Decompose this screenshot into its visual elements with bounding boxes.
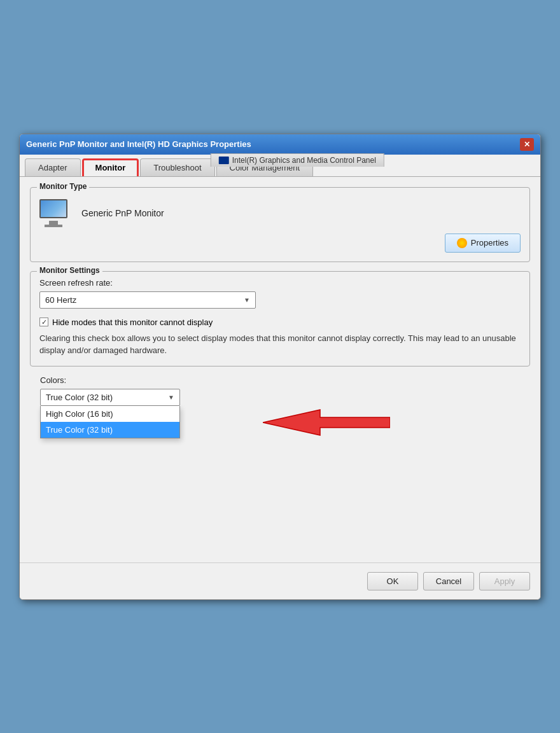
hide-modes-label: Hide modes that this monitor cannot disp… (52, 318, 213, 327)
colors-dropdown-wrapper: True Color (32 bit) ▼ High Color (16 bit… (40, 389, 180, 406)
monitor-settings-label: Monitor Settings (37, 266, 102, 275)
content-area: Monitor Type Generic PnP Monitor Propert… (20, 177, 540, 562)
hide-modes-checkbox[interactable]: ✓ (39, 318, 48, 326)
properties-row: Properties (39, 234, 521, 253)
apply-button[interactable]: Apply (479, 572, 530, 590)
monitor-screen (39, 199, 67, 218)
tab-adapter[interactable]: Adapter (25, 158, 81, 176)
monitor-name-text: Generic PnP Monitor (81, 208, 164, 218)
properties-button[interactable]: Properties (445, 234, 521, 253)
dialog-title: Generic PnP Monitor and Intel(R) HD Grap… (26, 139, 251, 149)
svg-marker-0 (263, 410, 390, 435)
red-arrow-annotation (263, 407, 390, 438)
colors-section: Colors: True Color (32 bit) ▼ High Color… (30, 375, 530, 412)
colors-dropdown[interactable]: True Color (32 bit) ▼ (40, 389, 180, 406)
tab-troubleshoot[interactable]: Troubleshoot (140, 158, 214, 176)
monitor-type-row: Generic PnP Monitor (39, 199, 521, 227)
monitor-settings-group: Monitor Settings Screen refresh rate: 60… (30, 271, 530, 366)
close-button[interactable]: ✕ (520, 138, 534, 151)
tab-area: Intel(R) Graphics and Media Control Pane… (20, 155, 540, 177)
refresh-rate-dropdown[interactable]: 60 Hertz ▼ (39, 291, 256, 309)
ok-button[interactable]: OK (367, 572, 418, 590)
refresh-rate-dropdown-wrapper: 60 Hertz ▼ (39, 291, 256, 309)
colors-label: Colors: (40, 375, 520, 385)
monitor-type-group: Monitor Type Generic PnP Monitor Propert… (30, 187, 530, 262)
properties-dialog: Generic PnP Monitor and Intel(R) HD Grap… (19, 134, 541, 600)
intel-banner: Intel(R) Graphics and Media Control Pane… (211, 153, 384, 167)
hide-modes-row: ✓ Hide modes that this monitor cannot di… (39, 318, 521, 327)
monitor-icon (39, 199, 73, 227)
colors-dropdown-arrow-icon: ▼ (168, 394, 174, 401)
color-option-16bit[interactable]: High Color (16 bit) (41, 406, 179, 422)
dropdown-arrow-icon: ▼ (244, 297, 250, 304)
monitor-base (45, 225, 62, 227)
tab-monitor[interactable]: Monitor (82, 158, 139, 176)
colors-dropdown-list: High Color (16 bit) True Color (32 bit) (40, 406, 180, 438)
cancel-button[interactable]: Cancel (423, 572, 474, 590)
warning-text: Clearing this check box allows you to se… (39, 332, 521, 357)
refresh-rate-label: Screen refresh rate: (39, 278, 521, 288)
colors-dropdown-container: True Color (32 bit) ▼ High Color (16 bit… (40, 389, 180, 406)
title-bar: Generic PnP Monitor and Intel(R) HD Grap… (20, 134, 540, 155)
footer-buttons: OK Cancel Apply (20, 562, 540, 599)
intel-icon (219, 157, 229, 164)
monitor-type-label: Monitor Type (37, 182, 89, 191)
color-option-32bit[interactable]: True Color (32 bit) (41, 422, 179, 438)
intel-banner-label: Intel(R) Graphics and Media Control Pane… (232, 156, 376, 165)
shield-icon (457, 238, 467, 248)
